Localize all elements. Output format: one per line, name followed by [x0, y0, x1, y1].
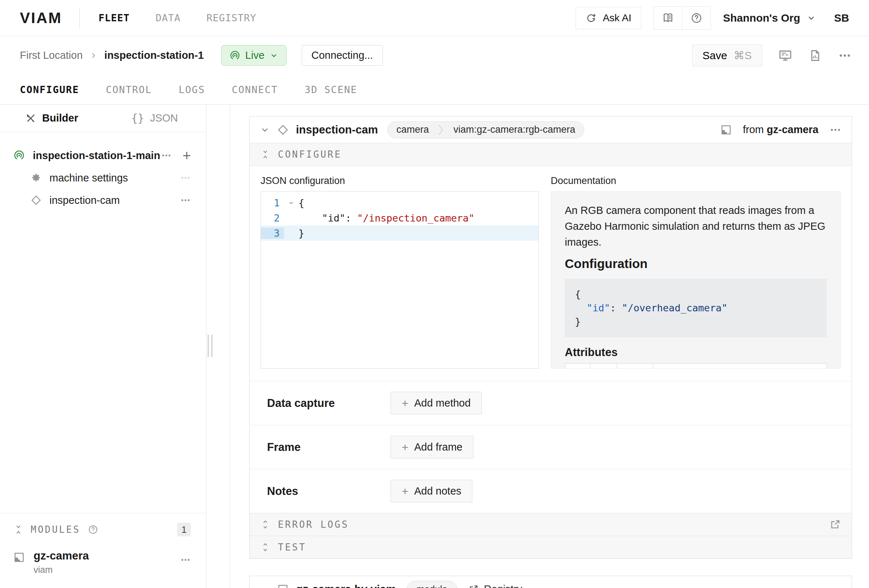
- documentation-config-heading: Configuration: [565, 256, 827, 272]
- module-name: gz-camera: [34, 549, 89, 562]
- config-main-panel: inspection-cam camera viam:gz-camera:rgb…: [230, 105, 869, 588]
- tag-model: viam:gz-camera:rgb-camera: [445, 124, 584, 135]
- modules-title: MODULES: [31, 524, 80, 535]
- primary-nav: FLEET DATA REGISTRY: [98, 12, 256, 24]
- collapse-chevron-icon[interactable]: [260, 125, 270, 135]
- registry-link[interactable]: Registry: [468, 583, 522, 588]
- json-label: JSON: [150, 112, 178, 124]
- add-notes-button[interactable]: + Add notes: [390, 480, 472, 502]
- module-list-item[interactable]: gz-camera viam: [13, 549, 191, 575]
- from-module-label: from gz-camera: [743, 124, 819, 136]
- component-type-tag: camera viam:gz-camera:rgb-camera: [387, 121, 584, 139]
- avatar[interactable]: SB: [834, 12, 849, 24]
- json-toggle[interactable]: {} JSON: [103, 105, 206, 132]
- error-logs-label: ERROR LOGS: [278, 519, 349, 530]
- tab-configure[interactable]: CONFIGURE: [20, 84, 79, 95]
- test-bar[interactable]: TEST: [250, 536, 852, 558]
- component-card-inspection-cam: inspection-cam camera viam:gz-camera:rgb…: [249, 116, 852, 559]
- card-more-icon[interactable]: [829, 583, 842, 588]
- documentation-attributes-table: [565, 363, 827, 369]
- module-icon: [277, 584, 289, 588]
- documentation-description: An RGB camera component that reads image…: [565, 202, 827, 250]
- org-name: Shannon's Org: [723, 12, 801, 24]
- connecting-button[interactable]: Connecting...: [302, 45, 383, 66]
- module-icon: [13, 552, 25, 563]
- tab-logs[interactable]: LOGS: [179, 84, 205, 95]
- builder-label: Builder: [42, 112, 78, 124]
- monitor-icon[interactable]: [778, 48, 792, 63]
- nav-item-data[interactable]: DATA: [156, 12, 181, 24]
- tree-item-inspection-cam[interactable]: inspection-cam: [0, 189, 206, 212]
- plus-icon: +: [402, 486, 409, 497]
- nav-item-fleet[interactable]: FLEET: [98, 12, 129, 24]
- plus-icon: +: [402, 397, 409, 409]
- tag-type: camera: [388, 124, 437, 135]
- documentation-panel[interactable]: An RGB camera component that reads image…: [551, 191, 841, 369]
- more-icon[interactable]: [180, 554, 191, 565]
- module-card-title: gz-camera by viam: [296, 583, 396, 588]
- more-icon[interactable]: [180, 195, 191, 206]
- tree-item-main-part[interactable]: inspection-station-1-main +: [0, 144, 206, 167]
- component-tree: inspection-station-1-main + machine sett…: [0, 132, 206, 212]
- modules-help-icon[interactable]: [88, 524, 98, 535]
- editor-line: 1 {: [261, 195, 538, 210]
- live-status-dropdown[interactable]: Live: [221, 45, 286, 66]
- collapse-icon[interactable]: [13, 524, 24, 535]
- expand-icon: [261, 520, 270, 529]
- help-icon: [690, 12, 703, 24]
- card-more-icon[interactable]: [829, 124, 842, 136]
- add-frame-button[interactable]: + Add frame: [390, 436, 473, 459]
- add-component-icon[interactable]: +: [182, 148, 191, 163]
- machine-part-icon: [13, 150, 25, 161]
- more-icon[interactable]: [180, 172, 191, 183]
- data-capture-label: Data capture: [267, 397, 390, 410]
- resize-drag-handle[interactable]: [208, 335, 212, 357]
- save-shortcut: ⌘S: [734, 49, 752, 62]
- add-method-button[interactable]: + Add method: [390, 392, 482, 415]
- live-chevron-icon: [270, 51, 278, 60]
- fold-chevron-icon[interactable]: [284, 199, 298, 207]
- more-actions-icon[interactable]: [838, 49, 852, 62]
- sidebar-resize-gutter: [206, 105, 230, 588]
- module-org: viam: [34, 564, 89, 575]
- tab-control[interactable]: CONTROL: [106, 84, 152, 95]
- ask-ai-icon: [585, 12, 597, 24]
- plus-icon: +: [402, 441, 409, 453]
- error-logs-bar[interactable]: ERROR LOGS: [250, 513, 852, 536]
- more-icon[interactable]: [161, 150, 172, 161]
- tab-connect[interactable]: CONNECT: [232, 84, 278, 95]
- chevron-down-icon: [807, 13, 816, 23]
- tab-3d-scene[interactable]: 3D SCENE: [305, 84, 357, 95]
- json-config-editor[interactable]: 1 { 2 "id": "/inspection_camer: [261, 191, 539, 369]
- breadcrumb-location[interactable]: First Location: [20, 49, 83, 61]
- org-switcher[interactable]: Shannon's Org: [723, 12, 816, 24]
- help-button[interactable]: [682, 7, 710, 29]
- ask-ai-button[interactable]: Ask AI: [575, 7, 641, 29]
- notes-label: Notes: [267, 485, 390, 498]
- nav-item-registry[interactable]: REGISTRY: [206, 12, 256, 24]
- live-icon: [230, 50, 240, 61]
- gear-icon: [31, 172, 42, 183]
- book-icon: [662, 12, 674, 24]
- frame-label: Frame: [267, 441, 390, 454]
- help-button-group: [654, 6, 711, 30]
- viam-logo[interactable]: VIAM: [20, 9, 62, 27]
- builder-icon: [25, 113, 36, 124]
- frame-row: Frame + Add frame: [250, 425, 852, 469]
- editor-line: 2 "id": "/inspection_camera": [261, 210, 538, 225]
- docs-button[interactable]: [654, 7, 682, 29]
- configure-section-bar[interactable]: CONFIGURE: [250, 143, 852, 166]
- builder-toggle[interactable]: Builder: [0, 105, 103, 132]
- tag-separator-icon: [437, 121, 445, 139]
- tree-item-machine-settings[interactable]: machine settings: [0, 167, 206, 189]
- collapse-icon: [261, 150, 270, 159]
- notes-row: Notes + Add notes: [250, 469, 852, 513]
- expand-icon: [261, 542, 270, 552]
- report-icon[interactable]: [808, 49, 822, 62]
- save-button[interactable]: Save ⌘S: [692, 44, 762, 67]
- collapse-chevron-icon[interactable]: [260, 584, 270, 588]
- data-capture-row: Data capture + Add method: [250, 381, 852, 425]
- component-title: inspection-cam: [296, 123, 378, 136]
- open-logs-external-icon[interactable]: [829, 519, 841, 530]
- json-config-label: JSON configuration: [261, 175, 539, 191]
